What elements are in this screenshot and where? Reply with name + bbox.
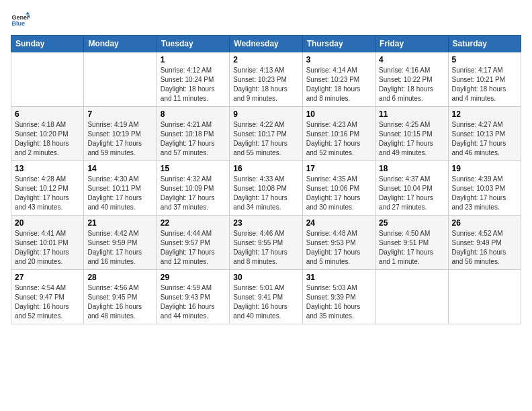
weekday-header-thursday: Thursday — [302, 36, 375, 52]
day-number: 25 — [379, 218, 444, 228]
day-info: Sunrise: 4:52 AMSunset: 9:49 PMDaylight:… — [452, 229, 517, 267]
day-number: 27 — [15, 273, 80, 282]
calendar-cell: 7Sunrise: 4:19 AMSunset: 10:19 PMDayligh… — [84, 107, 157, 161]
calendar-cell: 26Sunrise: 4:52 AMSunset: 9:49 PMDayligh… — [448, 216, 521, 270]
day-number: 19 — [452, 164, 517, 173]
calendar-cell: 23Sunrise: 4:46 AMSunset: 9:55 PMDayligh… — [230, 216, 302, 270]
weekday-header-saturday: Saturday — [448, 36, 521, 52]
weekday-header-wednesday: Wednesday — [230, 36, 302, 52]
calendar-cell: 18Sunrise: 4:37 AMSunset: 10:04 PMDaylig… — [375, 161, 448, 216]
day-info: Sunrise: 4:39 AMSunset: 10:03 PMDaylight… — [452, 175, 517, 212]
calendar-cell: 8Sunrise: 4:21 AMSunset: 10:18 PMDayligh… — [157, 107, 229, 161]
day-info: Sunrise: 4:33 AMSunset: 10:08 PMDaylight… — [233, 175, 298, 212]
calendar-cell: 17Sunrise: 4:35 AMSunset: 10:06 PMDaylig… — [302, 161, 375, 216]
week-row-1: 1Sunrise: 4:12 AMSunset: 10:24 PMDayligh… — [11, 52, 521, 107]
calendar-cell: 5Sunrise: 4:17 AMSunset: 10:21 PMDayligh… — [448, 52, 521, 107]
day-info: Sunrise: 4:14 AMSunset: 10:23 PMDaylight… — [306, 66, 371, 103]
day-info: Sunrise: 4:18 AMSunset: 10:20 PMDaylight… — [15, 120, 80, 158]
calendar-cell: 29Sunrise: 4:59 AMSunset: 9:43 PMDayligh… — [157, 270, 229, 324]
day-info: Sunrise: 4:46 AMSunset: 9:55 PMDaylight:… — [233, 229, 298, 267]
calendar-cell: 9Sunrise: 4:22 AMSunset: 10:17 PMDayligh… — [230, 107, 302, 161]
svg-marker-2 — [26, 11, 30, 14]
day-info: Sunrise: 4:30 AMSunset: 10:11 PMDaylight… — [87, 175, 152, 212]
day-number: 8 — [161, 109, 226, 119]
day-number: 5 — [452, 55, 517, 64]
calendar-cell: 19Sunrise: 4:39 AMSunset: 10:03 PMDaylig… — [448, 161, 521, 216]
day-number: 7 — [87, 109, 152, 119]
week-row-2: 6Sunrise: 4:18 AMSunset: 10:20 PMDayligh… — [11, 107, 521, 161]
calendar-cell: 4Sunrise: 4:16 AMSunset: 10:22 PMDayligh… — [375, 52, 448, 107]
week-row-4: 20Sunrise: 4:41 AMSunset: 10:01 PMDaylig… — [11, 216, 521, 270]
calendar-cell: 11Sunrise: 4:25 AMSunset: 10:15 PMDaylig… — [375, 107, 448, 161]
day-number: 28 — [87, 273, 152, 282]
day-number: 23 — [233, 218, 298, 228]
day-number: 10 — [306, 109, 371, 119]
day-info: Sunrise: 4:12 AMSunset: 10:24 PMDaylight… — [161, 66, 226, 103]
week-row-3: 13Sunrise: 4:28 AMSunset: 10:12 PMDaylig… — [11, 161, 521, 216]
day-info: Sunrise: 4:28 AMSunset: 10:12 PMDaylight… — [15, 175, 80, 212]
calendar-cell — [448, 270, 521, 324]
day-number: 12 — [452, 109, 517, 119]
weekday-header-sunday: Sunday — [11, 36, 84, 52]
day-info: Sunrise: 5:03 AMSunset: 9:39 PMDaylight:… — [306, 283, 371, 321]
day-number: 6 — [15, 109, 80, 119]
day-info: Sunrise: 4:13 AMSunset: 10:23 PMDaylight… — [233, 66, 298, 103]
calendar-cell: 28Sunrise: 4:56 AMSunset: 9:45 PMDayligh… — [84, 270, 157, 324]
weekday-header-monday: Monday — [84, 36, 157, 52]
day-info: Sunrise: 4:21 AMSunset: 10:18 PMDaylight… — [161, 120, 226, 158]
day-number: 22 — [161, 218, 226, 228]
calendar-cell: 27Sunrise: 4:54 AMSunset: 9:47 PMDayligh… — [11, 270, 84, 324]
calendar-cell: 22Sunrise: 4:44 AMSunset: 9:57 PMDayligh… — [157, 216, 229, 270]
day-info: Sunrise: 4:32 AMSunset: 10:09 PMDaylight… — [161, 175, 226, 212]
day-info: Sunrise: 4:25 AMSunset: 10:15 PMDaylight… — [379, 120, 444, 158]
weekday-header-row: SundayMondayTuesdayWednesdayThursdayFrid… — [11, 36, 521, 52]
calendar-cell: 1Sunrise: 4:12 AMSunset: 10:24 PMDayligh… — [157, 52, 229, 107]
day-number: 3 — [306, 55, 371, 64]
calendar-cell: 15Sunrise: 4:32 AMSunset: 10:09 PMDaylig… — [157, 161, 229, 216]
day-number: 4 — [379, 55, 444, 64]
calendar-cell: 24Sunrise: 4:48 AMSunset: 9:53 PMDayligh… — [302, 216, 375, 270]
calendar-cell: 14Sunrise: 4:30 AMSunset: 10:11 PMDaylig… — [84, 161, 157, 216]
calendar-cell: 10Sunrise: 4:23 AMSunset: 10:16 PMDaylig… — [302, 107, 375, 161]
day-info: Sunrise: 4:22 AMSunset: 10:17 PMDaylight… — [233, 120, 298, 158]
day-number: 15 — [161, 164, 226, 173]
day-info: Sunrise: 4:35 AMSunset: 10:06 PMDaylight… — [306, 175, 371, 212]
calendar-cell: 30Sunrise: 5:01 AMSunset: 9:41 PMDayligh… — [230, 270, 302, 324]
day-number: 31 — [306, 273, 371, 282]
calendar-cell: 25Sunrise: 4:50 AMSunset: 9:51 PMDayligh… — [375, 216, 448, 270]
calendar-table: SundayMondayTuesdayWednesdayThursdayFrid… — [11, 35, 521, 324]
weekday-header-tuesday: Tuesday — [157, 36, 229, 52]
day-number: 9 — [233, 109, 298, 119]
day-info: Sunrise: 4:56 AMSunset: 9:45 PMDaylight:… — [87, 283, 152, 321]
calendar-cell: 13Sunrise: 4:28 AMSunset: 10:12 PMDaylig… — [11, 161, 84, 216]
day-info: Sunrise: 4:16 AMSunset: 10:22 PMDaylight… — [379, 66, 444, 103]
svg-text:General: General — [11, 14, 30, 21]
day-number: 30 — [233, 273, 298, 282]
day-number: 21 — [87, 218, 152, 228]
calendar-cell: 12Sunrise: 4:27 AMSunset: 10:13 PMDaylig… — [448, 107, 521, 161]
day-number: 1 — [161, 55, 226, 64]
day-number: 20 — [15, 218, 80, 228]
day-info: Sunrise: 4:19 AMSunset: 10:19 PMDaylight… — [87, 120, 152, 158]
day-info: Sunrise: 4:44 AMSunset: 9:57 PMDaylight:… — [161, 229, 226, 267]
day-info: Sunrise: 4:17 AMSunset: 10:21 PMDaylight… — [452, 66, 517, 103]
day-info: Sunrise: 4:27 AMSunset: 10:13 PMDaylight… — [452, 120, 517, 158]
day-info: Sunrise: 4:37 AMSunset: 10:04 PMDaylight… — [379, 175, 444, 212]
day-info: Sunrise: 4:59 AMSunset: 9:43 PMDaylight:… — [161, 283, 226, 321]
calendar-cell — [375, 270, 448, 324]
day-info: Sunrise: 4:50 AMSunset: 9:51 PMDaylight:… — [379, 229, 444, 267]
calendar-cell: 21Sunrise: 4:42 AMSunset: 9:59 PMDayligh… — [84, 216, 157, 270]
calendar-cell — [11, 52, 84, 107]
day-info: Sunrise: 5:01 AMSunset: 9:41 PMDaylight:… — [233, 283, 298, 321]
day-number: 29 — [161, 273, 226, 282]
day-number: 16 — [233, 164, 298, 173]
day-info: Sunrise: 4:42 AMSunset: 9:59 PMDaylight:… — [87, 229, 152, 267]
day-number: 24 — [306, 218, 371, 228]
logo: General Blue — [11, 11, 30, 30]
calendar-cell: 20Sunrise: 4:41 AMSunset: 10:01 PMDaylig… — [11, 216, 84, 270]
calendar-cell: 16Sunrise: 4:33 AMSunset: 10:08 PMDaylig… — [230, 161, 302, 216]
calendar-cell: 31Sunrise: 5:03 AMSunset: 9:39 PMDayligh… — [302, 270, 375, 324]
day-number: 17 — [306, 164, 371, 173]
day-info: Sunrise: 4:23 AMSunset: 10:16 PMDaylight… — [306, 120, 371, 158]
calendar-cell — [84, 52, 157, 107]
